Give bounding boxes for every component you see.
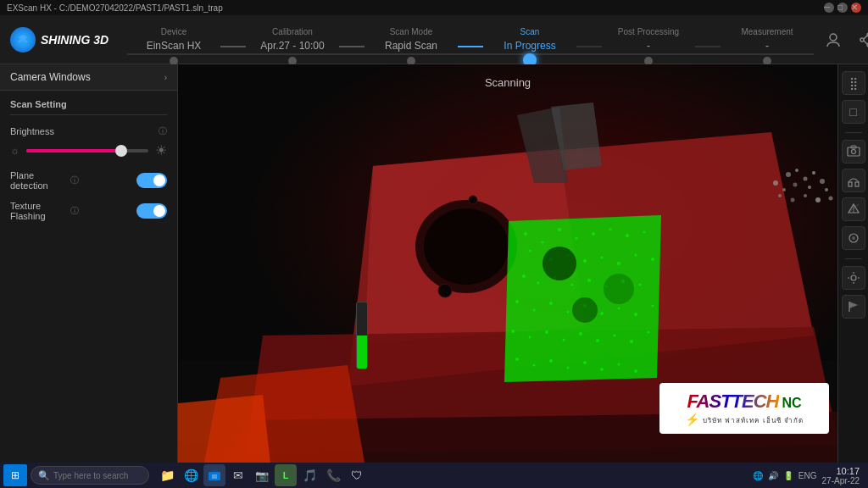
svg-point-70	[795, 169, 798, 172]
viewport[interactable]: Scanning FASTTECH NC ⚡ บริษัท ฟาสท์เทค เ…	[178, 64, 837, 463]
taskbar-app-music[interactable]: 🎵	[298, 464, 320, 486]
svg-point-33	[537, 282, 540, 285]
taskbar-app-mail[interactable]: ✉	[227, 464, 249, 486]
tray-clock: 10:17 27-Apr-22	[822, 466, 860, 485]
toolbar-circle-button[interactable]	[842, 226, 865, 250]
svg-point-31	[651, 258, 654, 261]
wf-value-measurement: -	[765, 40, 769, 52]
wf-step-calibration[interactable]: Calibration Apr.27 - 10:00	[246, 27, 339, 52]
svg-point-51	[545, 330, 548, 334]
svg-point-83	[829, 197, 833, 201]
wf-step-measurement[interactable]: Measurement -	[721, 27, 814, 52]
wf-label-device: Device	[161, 27, 187, 36]
svg-point-48	[652, 305, 654, 308]
svg-point-50	[529, 336, 531, 339]
svg-point-22	[626, 234, 629, 237]
close-button[interactable]: ✕	[851, 3, 861, 13]
plane-detection-info-icon[interactable]: ⓘ	[70, 175, 79, 186]
toolbar-arch-button[interactable]	[842, 169, 865, 192]
user-icon[interactable]	[822, 29, 844, 51]
minimize-button[interactable]: ─	[824, 3, 834, 13]
toolbar-box-button[interactable]: □	[842, 100, 865, 124]
svg-point-61	[567, 367, 570, 369]
logo-icon	[10, 27, 36, 53]
watermark: FASTTECH NC ⚡ บริษัท ฟาสท์เทค เอ็นซี จำก…	[659, 383, 829, 434]
svg-point-82	[825, 188, 828, 191]
right-toolbar: ⣿ □	[837, 64, 868, 463]
taskbar-app-phone[interactable]: 📞	[322, 464, 344, 486]
toolbar-mesh-button[interactable]	[842, 197, 865, 221]
wf-step-scanmode[interactable]: Scan Mode Rapid Scan	[364, 27, 458, 52]
texture-flashing-toggle[interactable]	[136, 203, 167, 219]
watermark-logo-text: FASTTECH	[687, 391, 778, 413]
plane-detection-toggle[interactable]	[136, 173, 167, 188]
wf-step-scan[interactable]: Scan In Progress	[483, 27, 576, 52]
header-right: ?	[814, 29, 868, 51]
svg-point-79	[791, 198, 795, 202]
svg-point-73	[820, 179, 825, 184]
svg-point-71	[804, 177, 808, 181]
wf-label-measurement: Measurement	[741, 27, 793, 36]
logo-text: SHINING 3D	[41, 33, 108, 47]
svg-point-75	[793, 183, 798, 187]
maximize-button[interactable]: □	[837, 3, 848, 13]
scan-progress-fill	[357, 336, 367, 369]
scan-progress-indicator	[356, 302, 368, 369]
camera-windows-header[interactable]: Camera Windows ›	[0, 64, 177, 91]
svg-point-20	[592, 232, 595, 236]
wf-step-postprocessing[interactable]: Post Processing -	[602, 27, 695, 52]
svg-point-23	[643, 231, 646, 234]
brightness-thumb[interactable]	[115, 145, 127, 157]
tray-time-value: 10:17	[822, 466, 860, 476]
svg-point-69	[786, 172, 791, 177]
brightness-low-icon: ☼	[10, 145, 19, 157]
svg-point-74	[808, 186, 811, 189]
taskbar-app-store[interactable]	[203, 464, 225, 486]
plane-detection-row: Plane detection ⓘ	[10, 170, 167, 191]
taskbar-app-line[interactable]: L	[275, 464, 297, 486]
toolbar-grid-button[interactable]: ⣿	[842, 71, 865, 95]
svg-line-6	[864, 41, 867, 44]
toolbar-brightness-button[interactable]	[842, 266, 865, 290]
texture-flashing-info-icon[interactable]: ⓘ	[70, 205, 79, 217]
search-icon: 🔍	[38, 470, 50, 481]
taskbar-app-edge[interactable]: 🌐	[180, 464, 202, 486]
start-button[interactable]: ⊞	[3, 464, 27, 486]
brightness-info-icon[interactable]: ⓘ	[159, 125, 167, 137]
wf-value-calibration: Apr.27 - 10:00	[260, 40, 324, 52]
taskbar-app-explorer[interactable]: 📁	[156, 464, 178, 486]
texture-flashing-label: Texture Flashing	[10, 201, 68, 221]
tray-battery-icon: 🔋	[783, 471, 793, 480]
title-bar-controls[interactable]: ─ □ ✕	[824, 3, 861, 13]
title-bar: EXScan HX - C:/DEMO27042022/PAST1/PAST1.…	[0, 0, 868, 15]
search-input[interactable]	[53, 471, 142, 480]
plane-detection-label: Plane detection	[10, 170, 68, 191]
toolbar-separator-2	[845, 258, 862, 259]
svg-point-94	[851, 275, 856, 280]
svg-point-3	[860, 38, 864, 42]
share-icon[interactable]	[854, 29, 868, 51]
svg-point-78	[778, 194, 782, 197]
svg-point-29	[617, 262, 620, 265]
svg-point-17	[542, 241, 544, 244]
taskbar-app-camera[interactable]: 📷	[251, 464, 273, 486]
main: Camera Windows › Scan Setting Brightness…	[0, 64, 868, 463]
svg-point-19	[576, 237, 578, 240]
taskbar-app-security[interactable]: 🛡	[346, 464, 368, 486]
wf-step-device[interactable]: Device EinScan HX	[127, 27, 220, 52]
toolbar-camera-button[interactable]	[842, 140, 865, 164]
taskbar-apps: 📁 🌐 ✉ 📷 L 🎵 📞 🛡	[156, 464, 368, 486]
svg-point-77	[773, 180, 778, 186]
watermark-subtitle: บริษัท ฟาสท์เทค เอ็นซี จำกัด	[703, 415, 804, 426]
svg-point-85	[851, 150, 855, 154]
svg-point-27	[583, 259, 587, 263]
tray-volume-icon: 🔊	[768, 471, 778, 480]
svg-point-63	[600, 368, 604, 371]
toolbar-flag-button[interactable]	[842, 295, 865, 319]
tray-date-value: 27-Apr-22	[822, 476, 860, 485]
svg-point-62	[583, 361, 587, 364]
brightness-slider[interactable]	[26, 149, 148, 152]
scan-setting-title: Scan Setting	[10, 99, 167, 115]
svg-point-52	[563, 339, 565, 341]
search-bar[interactable]: 🔍	[31, 466, 149, 485]
